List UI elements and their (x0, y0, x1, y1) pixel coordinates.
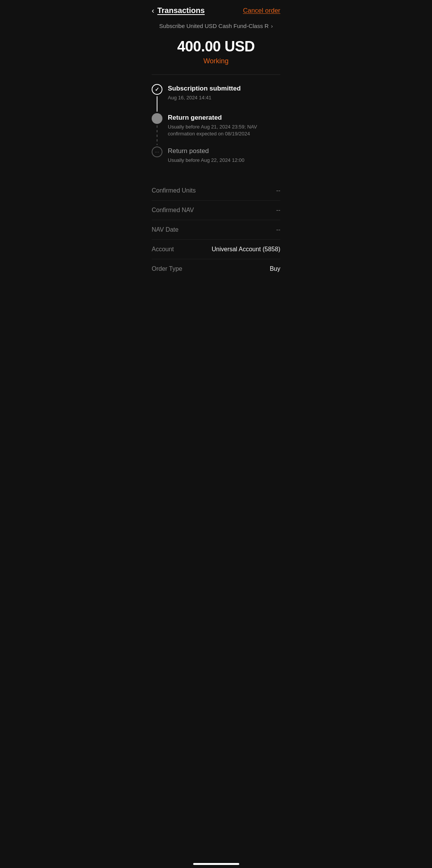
dots-icon-3: ··· (155, 150, 159, 154)
subtitle-chevron-icon: › (271, 23, 273, 29)
timeline-step-3: ··· Return posted Usually before Aug 22,… (152, 147, 280, 173)
amount-section: 400.00 USD Working (144, 32, 288, 68)
confirmed-nav-value: -- (276, 207, 280, 214)
page-title: Transactions (157, 6, 205, 15)
divider (152, 74, 280, 75)
timeline-circle-checked-1: ✓ (152, 84, 162, 95)
subtitle-row[interactable]: Subscribe United USD Cash Fund-Class R › (144, 20, 288, 32)
timeline-title-3: Return posted (168, 147, 280, 155)
account-row: Account Universal Account (5858) (152, 240, 280, 259)
account-label: Account (152, 246, 174, 253)
amount-value: 400.00 USD (152, 38, 280, 55)
nav-date-label: NAV Date (152, 226, 179, 233)
timeline-icon-col-1: ✓ (152, 84, 162, 113)
timeline-title-1: Subscription submitted (168, 85, 280, 92)
timeline-step-1: ✓ Subscription submitted Aug 16, 2024 14… (152, 84, 280, 113)
cancel-order-button[interactable]: Cancel order (243, 7, 280, 15)
timeline-title-2: Return generated (168, 114, 280, 122)
timeline-content-3: Return posted Usually before Aug 22, 202… (168, 147, 280, 173)
subtitle-text: Subscribe United USD Cash Fund-Class R (159, 23, 269, 29)
amount-status: Working (152, 57, 280, 65)
confirmed-units-row: Confirmed Units -- (152, 181, 280, 201)
timeline-circle-filled-2 (152, 113, 162, 124)
nav-date-value: -- (276, 226, 280, 233)
header-left: ‹ Transactions (152, 6, 205, 15)
timeline-line-1 (157, 96, 157, 112)
timeline-step-2: Return generated Usually before Aug 21, … (152, 113, 280, 147)
timeline-content-1: Subscription submitted Aug 16, 2024 14:4… (168, 84, 280, 113)
header: ‹ Transactions Cancel order (144, 0, 288, 20)
order-type-label: Order Type (152, 265, 182, 272)
timeline-icon-col-2 (152, 113, 162, 147)
back-icon[interactable]: ‹ (152, 6, 154, 15)
timeline-line-2 (157, 125, 157, 145)
info-section: Confirmed Units -- Confirmed NAV -- NAV … (144, 180, 288, 280)
order-type-row: Order Type Buy (152, 259, 280, 278)
confirmed-units-value: -- (276, 187, 280, 194)
timeline-circle-dots-3: ··· (152, 147, 162, 157)
checkmark-icon-1: ✓ (155, 86, 159, 92)
confirmed-units-label: Confirmed Units (152, 187, 196, 194)
timeline-section: ✓ Subscription submitted Aug 16, 2024 14… (144, 81, 288, 180)
order-type-value: Buy (270, 265, 280, 272)
timeline-date-1: Aug 16, 2024 14:41 (168, 94, 280, 101)
nav-date-row: NAV Date -- (152, 220, 280, 240)
account-value: Universal Account (5858) (212, 246, 280, 253)
timeline-desc-2: Usually before Aug 21, 2024 23:59; NAV c… (168, 124, 280, 137)
confirmed-nav-label: Confirmed NAV (152, 207, 194, 214)
confirmed-nav-row: Confirmed NAV -- (152, 201, 280, 220)
timeline-content-2: Return generated Usually before Aug 21, … (168, 113, 280, 147)
timeline-desc-3: Usually before Aug 22, 2024 12:00 (168, 157, 280, 164)
timeline-icon-col-3: ··· (152, 147, 162, 173)
